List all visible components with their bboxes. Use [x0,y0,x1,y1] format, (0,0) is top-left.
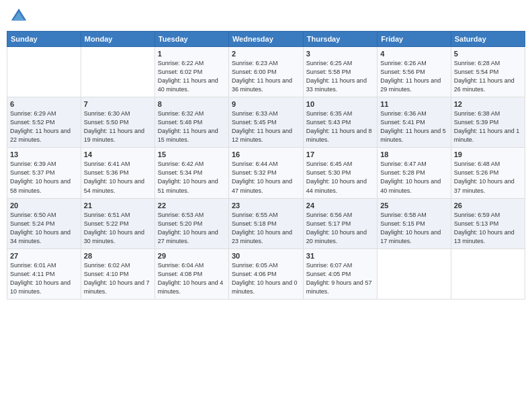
day-info: Sunrise: 6:04 AMSunset: 4:08 PMDaylight:… [158,261,226,296]
day-info: Sunrise: 6:59 AMSunset: 5:13 PMDaylight:… [454,211,522,246]
logo-icon [9,7,28,26]
weekday-header-cell: Friday [378,32,451,47]
calendar-cell: 4Sunrise: 6:26 AMSunset: 5:56 PMDaylight… [378,47,451,97]
day-info: Sunrise: 6:32 AMSunset: 5:48 PMDaylight:… [158,109,226,144]
day-number: 15 [158,150,226,158]
day-info: Sunrise: 6:30 AMSunset: 5:50 PMDaylight:… [84,109,152,144]
calendar-cell: 2Sunrise: 6:23 AMSunset: 6:00 PMDaylight… [228,47,303,97]
calendar-cell: 24Sunrise: 6:56 AMSunset: 5:17 PMDayligh… [303,198,377,248]
calendar-cell: 14Sunrise: 6:41 AMSunset: 5:36 PMDayligh… [81,148,154,198]
day-info: Sunrise: 6:07 AMSunset: 4:05 PMDaylight:… [306,261,374,296]
calendar-cell: 12Sunrise: 6:38 AMSunset: 5:39 PMDayligh… [451,97,525,148]
day-info: Sunrise: 6:45 AMSunset: 5:30 PMDaylight:… [306,160,374,195]
weekday-header-cell: Sunday [7,32,81,47]
calendar-cell: 16Sunrise: 6:44 AMSunset: 5:32 PMDayligh… [228,148,303,198]
calendar-cell: 23Sunrise: 6:55 AMSunset: 5:18 PMDayligh… [228,198,303,248]
calendar-cell: 26Sunrise: 6:59 AMSunset: 5:13 PMDayligh… [451,198,525,248]
calendar-cell: 18Sunrise: 6:47 AMSunset: 5:28 PMDayligh… [378,148,451,198]
day-number: 25 [380,201,448,210]
day-number: 21 [84,201,152,210]
calendar-cell: 9Sunrise: 6:33 AMSunset: 5:45 PMDaylight… [228,97,303,148]
calendar-cell: 28Sunrise: 6:02 AMSunset: 4:10 PMDayligh… [81,248,154,299]
day-number: 8 [158,100,226,108]
day-number: 27 [10,252,78,260]
day-number: 4 [380,50,448,58]
logo [9,7,30,26]
day-number: 17 [306,150,374,158]
day-number: 1 [158,50,226,58]
day-number: 29 [158,252,226,260]
day-info: Sunrise: 6:47 AMSunset: 5:28 PMDaylight:… [380,160,448,195]
calendar-cell: 5Sunrise: 6:28 AMSunset: 5:54 PMDaylight… [451,47,525,97]
day-info: Sunrise: 6:25 AMSunset: 5:58 PMDaylight:… [306,59,374,94]
day-info: Sunrise: 6:29 AMSunset: 5:52 PMDaylight:… [10,109,78,144]
calendar-cell: 11Sunrise: 6:36 AMSunset: 5:41 PMDayligh… [378,97,451,148]
calendar-cell [7,47,81,97]
day-number: 26 [454,201,522,210]
day-info: Sunrise: 6:56 AMSunset: 5:17 PMDaylight:… [306,211,374,246]
day-number: 13 [10,150,78,158]
calendar-cell: 7Sunrise: 6:30 AMSunset: 5:50 PMDaylight… [81,97,154,148]
calendar-cell: 29Sunrise: 6:04 AMSunset: 4:08 PMDayligh… [154,248,228,299]
calendar-cell: 25Sunrise: 6:58 AMSunset: 5:15 PMDayligh… [378,198,451,248]
calendar-cell: 13Sunrise: 6:39 AMSunset: 5:37 PMDayligh… [7,148,81,198]
day-number: 19 [454,150,522,158]
day-number: 5 [454,50,522,58]
day-number: 30 [232,252,300,260]
calendar-cell: 17Sunrise: 6:45 AMSunset: 5:30 PMDayligh… [303,148,377,198]
weekday-header-cell: Thursday [303,32,377,47]
calendar-cell: 10Sunrise: 6:35 AMSunset: 5:43 PMDayligh… [303,97,377,148]
weekday-header-cell: Monday [81,32,154,47]
day-number: 11 [380,100,448,108]
weekday-header-cell: Wednesday [228,32,303,47]
day-info: Sunrise: 6:33 AMSunset: 5:45 PMDaylight:… [232,109,300,144]
day-info: Sunrise: 6:55 AMSunset: 5:18 PMDaylight:… [232,211,300,246]
calendar-cell: 20Sunrise: 6:50 AMSunset: 5:24 PMDayligh… [7,198,81,248]
calendar-cell [81,47,154,97]
day-info: Sunrise: 6:41 AMSunset: 5:36 PMDaylight:… [84,160,152,195]
calendar-cell: 8Sunrise: 6:32 AMSunset: 5:48 PMDaylight… [154,97,228,148]
day-number: 14 [84,150,152,158]
day-info: Sunrise: 6:28 AMSunset: 5:54 PMDaylight:… [454,59,522,94]
day-number: 10 [306,100,374,108]
calendar-cell: 31Sunrise: 6:07 AMSunset: 4:05 PMDayligh… [303,248,377,299]
day-number: 2 [232,50,300,58]
header [7,7,525,26]
day-number: 22 [158,201,226,210]
day-number: 12 [454,100,522,108]
day-info: Sunrise: 6:22 AMSunset: 6:02 PMDaylight:… [158,59,226,94]
day-number: 7 [84,100,152,108]
day-info: Sunrise: 6:53 AMSunset: 5:20 PMDaylight:… [158,211,226,246]
day-info: Sunrise: 6:58 AMSunset: 5:15 PMDaylight:… [380,211,448,246]
day-info: Sunrise: 6:48 AMSunset: 5:26 PMDaylight:… [454,160,522,195]
calendar-cell: 19Sunrise: 6:48 AMSunset: 5:26 PMDayligh… [451,148,525,198]
day-info: Sunrise: 6:51 AMSunset: 5:22 PMDaylight:… [84,211,152,246]
day-info: Sunrise: 6:50 AMSunset: 5:24 PMDaylight:… [10,211,78,246]
day-info: Sunrise: 6:44 AMSunset: 5:32 PMDaylight:… [232,160,300,195]
day-info: Sunrise: 6:23 AMSunset: 6:00 PMDaylight:… [232,59,300,94]
page: SundayMondayTuesdayWednesdayThursdayFrid… [0,0,532,411]
day-info: Sunrise: 6:42 AMSunset: 5:34 PMDaylight:… [158,160,226,195]
calendar-cell: 3Sunrise: 6:25 AMSunset: 5:58 PMDaylight… [303,47,377,97]
calendar-cell: 21Sunrise: 6:51 AMSunset: 5:22 PMDayligh… [81,198,154,248]
day-number: 9 [232,100,300,108]
day-number: 16 [232,150,300,158]
day-info: Sunrise: 6:35 AMSunset: 5:43 PMDaylight:… [306,109,374,144]
day-number: 18 [380,150,448,158]
calendar-cell: 1Sunrise: 6:22 AMSunset: 6:02 PMDaylight… [154,47,228,97]
calendar-cell: 27Sunrise: 6:01 AMSunset: 4:11 PMDayligh… [7,248,81,299]
day-number: 24 [306,201,374,210]
day-info: Sunrise: 6:36 AMSunset: 5:41 PMDaylight:… [380,109,448,144]
calendar-cell: 22Sunrise: 6:53 AMSunset: 5:20 PMDayligh… [154,198,228,248]
day-number: 31 [306,252,374,260]
day-info: Sunrise: 6:05 AMSunset: 4:06 PMDaylight:… [232,261,300,296]
day-info: Sunrise: 6:39 AMSunset: 5:37 PMDaylight:… [10,160,78,195]
day-number: 23 [232,201,300,210]
day-number: 28 [84,252,152,260]
day-info: Sunrise: 6:02 AMSunset: 4:10 PMDaylight:… [84,261,152,296]
calendar-cell: 30Sunrise: 6:05 AMSunset: 4:06 PMDayligh… [228,248,303,299]
weekday-header-cell: Tuesday [154,32,228,47]
calendar-cell [378,248,451,299]
day-info: Sunrise: 6:26 AMSunset: 5:56 PMDaylight:… [380,59,448,94]
calendar-cell [451,248,525,299]
